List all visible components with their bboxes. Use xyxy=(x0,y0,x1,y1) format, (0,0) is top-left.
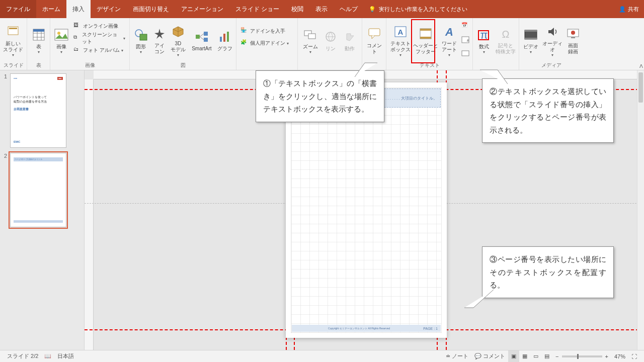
shapes-button[interactable]: 図形▾ xyxy=(132,20,150,59)
thumb2-header: ページ1サー 大項目のタイトル xyxy=(14,157,63,161)
normal-view-button[interactable]: ▣ xyxy=(508,350,519,363)
zoom-slider[interactable] xyxy=(562,355,602,357)
tab-design[interactable]: デザイン xyxy=(91,0,127,18)
tab-transitions[interactable]: 画面切り替え xyxy=(127,0,175,18)
slide-sorter-button[interactable]: ▦ xyxy=(519,350,530,363)
slide-thumbnail-2[interactable]: ページ1サー 大項目のタイトル xyxy=(10,153,66,227)
ribbon-tabs: ファイル ホーム 挿入 デザイン 画面切り替え アニメーション スライド ショー… xyxy=(0,0,644,18)
chart-icon xyxy=(217,29,233,45)
slide-thumbnail-1[interactable]: ●●●■■■ パワーポイントを使って縦型の企画書を作る方法 企画提案書 EMC xyxy=(10,73,66,148)
share-button[interactable]: 👤 共有 xyxy=(619,6,639,13)
scrollbar-thumb[interactable] xyxy=(638,72,643,103)
fit-to-window-button[interactable]: ⛶ xyxy=(628,350,640,363)
slide-canvas-area: . . . . . . . 大項目のタイトル。 Copyright セミナーコン… xyxy=(85,70,644,350)
screen-recording-label: 画面 録画 xyxy=(568,43,578,55)
screenshot-label: スクリーンショット xyxy=(82,31,122,45)
tab-view[interactable]: 表示 xyxy=(309,0,334,18)
dropdown-icon: ▾ xyxy=(140,50,142,54)
3d-models-button[interactable]: 3D モデル▾ xyxy=(169,20,188,59)
new-slide-button[interactable]: 新しい スライド ▾ xyxy=(2,20,24,59)
svg-rect-21 xyxy=(308,34,315,39)
slide-number-button[interactable]: # xyxy=(460,35,470,46)
svg-rect-11 xyxy=(140,34,147,40)
slide-counter[interactable]: スライド 2/2 xyxy=(4,350,41,363)
slideshow-view-button[interactable]: ▤ xyxy=(541,350,552,363)
online-pictures-label: オンライン画像 xyxy=(83,23,118,30)
header-footer-label: ヘッダーと フッター xyxy=(413,43,438,55)
comment-button[interactable]: コメント xyxy=(364,20,384,59)
photo-album-button[interactable]: 🗂フォト アルバム▾ xyxy=(71,45,127,56)
svg-point-39 xyxy=(571,31,575,35)
zoom-percent[interactable]: 47% xyxy=(611,350,628,363)
svg-line-15 xyxy=(200,34,204,37)
date-time-button[interactable]: 📅 xyxy=(460,21,470,32)
screenshot-icon: ⧉ xyxy=(73,34,80,42)
footer-page-number: PAGE : 1 xyxy=(423,327,438,330)
table-icon xyxy=(31,27,47,43)
status-bar: スライド 2/2 📖 日本語 ≐ノート 💬コメント ▣ ▦ ▭ ▤ − + 47… xyxy=(0,350,644,362)
tab-home[interactable]: ホーム xyxy=(36,0,66,18)
svg-text:π: π xyxy=(480,29,488,41)
tell-me-search[interactable]: 💡 実行したい作業を入力してください xyxy=(369,6,467,13)
tab-slideshow[interactable]: スライド ショー xyxy=(229,0,285,18)
tab-help[interactable]: ヘルプ xyxy=(334,0,364,18)
reading-view-button[interactable]: ▭ xyxy=(530,350,541,363)
table-button[interactable]: 表 ▾ xyxy=(29,20,48,59)
dropdown-icon: ▾ xyxy=(530,50,532,54)
svg-line-16 xyxy=(200,37,204,40)
comments-button[interactable]: 💬コメント xyxy=(471,350,508,363)
wordart-button[interactable]: Aワード アート▾ xyxy=(439,20,459,59)
equation-button[interactable]: π数式▾ xyxy=(475,20,494,59)
audio-button[interactable]: オーディオ▾ xyxy=(542,20,564,59)
callout-1-text: ①「テキストボックス」の「横書き」をクリックし、適当な場所にテキストボックスを表… xyxy=(263,79,377,113)
my-addins-button[interactable]: 🧩個人用アドイン▾ xyxy=(238,38,291,49)
lightbulb-icon: 💡 xyxy=(369,6,376,13)
group-illustrations-label: 図 xyxy=(132,61,234,70)
workspace: 1 ●●●■■■ パワーポイントを使って縦型の企画書を作る方法 企画提案書 EM… xyxy=(0,70,644,350)
language-status[interactable]: 日本語 xyxy=(54,350,77,363)
screenshot-button[interactable]: ⧉スクリーンショット▾ xyxy=(71,33,127,44)
online-pictures-button[interactable]: 🖼オンライン画像 xyxy=(71,21,127,32)
spellcheck-icon[interactable]: 📖 xyxy=(41,350,54,363)
svg-rect-36 xyxy=(525,30,537,32)
zoom-out-button[interactable]: − xyxy=(552,350,561,363)
callout-2-text: ②テキストボックスを選択している状態で「スライド番号の挿入」をクリックするとペー… xyxy=(490,87,606,134)
comments-label: コメント xyxy=(483,352,505,360)
tab-review[interactable]: 校閲 xyxy=(285,0,309,18)
notes-button[interactable]: ≐ノート xyxy=(443,350,471,363)
icons-button[interactable]: アイ コン xyxy=(151,20,168,59)
smartart-button[interactable]: SmartArt xyxy=(189,20,215,59)
svg-rect-32 xyxy=(462,51,469,56)
collapse-ribbon-icon[interactable]: ᐱ xyxy=(639,63,643,69)
pictures-button[interactable]: 画像 ▾ xyxy=(52,20,70,59)
svg-rect-28 xyxy=(420,37,431,39)
vertical-scrollbar[interactable] xyxy=(637,70,644,350)
object-icon xyxy=(461,50,469,58)
slide-footer-placeholder[interactable]: Copyright セミナーコンサルタント All Rights Reserve… xyxy=(292,325,441,332)
video-button[interactable]: ビデオ▾ xyxy=(521,20,541,59)
zoom-button[interactable]: ズーム▾ xyxy=(300,20,321,59)
tab-animations[interactable]: アニメーション xyxy=(175,0,229,18)
get-addins-button[interactable]: 🏪アドインを入手 xyxy=(238,26,291,37)
textbox-button[interactable]: Aテキスト ボックス▾ xyxy=(388,20,412,59)
dropdown-icon: ▾ xyxy=(309,50,311,54)
group-images-label: 画像 xyxy=(52,61,127,70)
tab-insert[interactable]: 挿入 xyxy=(66,0,91,18)
thumb1-text2: 縦型の企画書を作る方法 xyxy=(14,100,63,104)
group-tables-label: 表 xyxy=(29,61,48,70)
thumb1-logo: EMC xyxy=(14,140,20,143)
object-button[interactable] xyxy=(460,49,470,60)
action-label: 動作 xyxy=(345,46,355,52)
zoom-label: ズーム xyxy=(303,44,318,50)
thumb1-text3: 企画提案書 xyxy=(14,107,63,112)
chart-button[interactable]: グラフ xyxy=(216,20,234,59)
screen-recording-button[interactable]: 画面 録画 xyxy=(564,20,582,59)
addins-icon: 🧩 xyxy=(240,39,249,47)
tab-file[interactable]: ファイル xyxy=(0,0,36,18)
header-footer-button[interactable]: ヘッダーと フッター xyxy=(413,20,438,59)
dropdown-icon: ▾ xyxy=(287,41,289,46)
zoom-in-button[interactable]: + xyxy=(602,350,611,363)
callout-3: ③ページ番号を表示したい場所にそのテキストボックスを配置する。 xyxy=(482,246,614,298)
dropdown-icon: ▾ xyxy=(121,48,123,53)
store-icon: 🏪 xyxy=(240,27,249,35)
